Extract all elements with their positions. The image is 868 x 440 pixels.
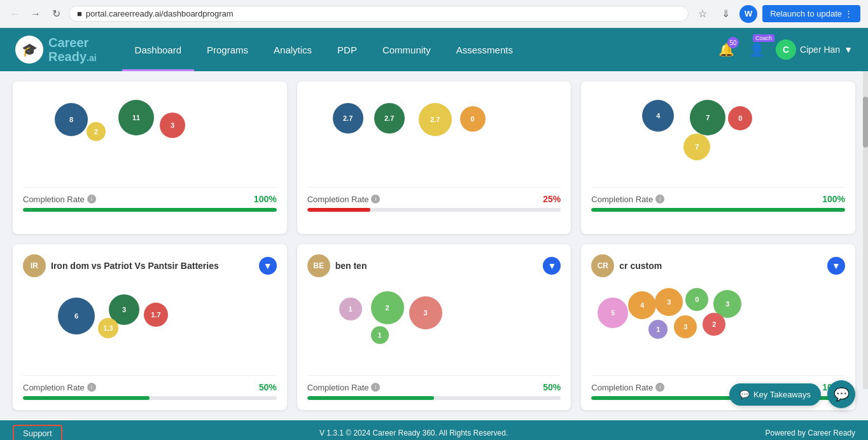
card-header: CR cr custom ▼ bbox=[591, 254, 845, 277]
bubble: 7 bbox=[683, 134, 710, 160]
relaunch-button[interactable]: Relaunch to update ⋮ bbox=[762, 5, 860, 22]
floating-actions: 💬 Key Takeaways 💬 bbox=[729, 380, 855, 408]
completion-row: Completion Rate i 100% bbox=[23, 187, 277, 212]
bubble: 1,3 bbox=[98, 318, 118, 338]
bubble: 1.7 bbox=[144, 303, 168, 327]
main-content: 8 11 3 2 Completion Rate i 100% bbox=[0, 71, 868, 420]
completion-label: Completion Rate i bbox=[307, 195, 381, 204]
completion-pct: 25% bbox=[543, 194, 561, 204]
logo-area: 🎓 Career Ready.ai bbox=[15, 36, 97, 64]
bubble: 8 bbox=[55, 103, 88, 136]
profile-avatar: W bbox=[739, 5, 757, 23]
coach-button[interactable]: 👤 Coach bbox=[745, 38, 768, 61]
card-expand-button[interactable]: ▼ bbox=[827, 257, 845, 275]
completion-row: Completion Rate i 50% bbox=[23, 375, 277, 400]
bubble: 3 bbox=[409, 296, 442, 329]
completion-pct: 100% bbox=[254, 194, 277, 204]
nav-assessments[interactable]: Assessments bbox=[444, 28, 526, 71]
nav-analytics[interactable]: Analytics bbox=[261, 28, 325, 71]
completion-label-row: Completion Rate i 25% bbox=[307, 194, 561, 204]
card-title: cr custom bbox=[619, 261, 662, 271]
completion-label-row: Completion Rate i 100% bbox=[591, 194, 845, 204]
url-text: portal.careerready.ai/dashboardprogram bbox=[86, 9, 680, 18]
card-avatar: BE bbox=[307, 254, 330, 277]
progress-bar bbox=[307, 396, 561, 400]
nav-community[interactable]: Community bbox=[370, 28, 444, 71]
nav-programs[interactable]: Programs bbox=[194, 28, 261, 71]
bubble-area-3: 5 4 3 0 3 1 3 2 bbox=[591, 285, 845, 368]
scrollbar-thumb[interactable] bbox=[863, 97, 868, 148]
progress-bar bbox=[23, 396, 277, 400]
completion-pct: 100% bbox=[822, 194, 845, 204]
card-title-area: IR Iron dom vs Patriot Vs Pantsir Batter… bbox=[23, 254, 219, 277]
support-button[interactable]: Support bbox=[13, 425, 62, 441]
bubble: 3 bbox=[674, 315, 697, 338]
browser-chrome: ← → ↻ ■ portal.careerready.ai/dashboardp… bbox=[0, 0, 868, 28]
star-button[interactable]: ☆ bbox=[694, 5, 711, 23]
card-avatar: CR bbox=[591, 254, 614, 277]
info-icon: i bbox=[87, 383, 96, 392]
completion-label: Completion Rate i bbox=[23, 195, 96, 204]
download-button[interactable]: ⇓ bbox=[717, 5, 734, 23]
bubble: 2.7 bbox=[374, 103, 405, 134]
bubble-area-2: 1 2 1 3 bbox=[307, 285, 561, 368]
progress-bar bbox=[307, 208, 561, 212]
bubble: 11 bbox=[118, 100, 154, 135]
bubble: 0 bbox=[460, 106, 486, 132]
bubble-area-top-3: 4 7 7 0 bbox=[591, 97, 845, 179]
chat-button[interactable]: 💬 bbox=[827, 380, 855, 408]
logo-icon: 🎓 bbox=[15, 36, 43, 64]
bubble: 2 bbox=[703, 313, 725, 336]
forward-button[interactable]: → bbox=[28, 6, 43, 22]
card-expand-button[interactable]: ▼ bbox=[543, 257, 561, 275]
card-expand-button[interactable]: ▼ bbox=[259, 257, 277, 275]
app-header: 🎓 Career Ready.ai Dashboard Programs Ana… bbox=[0, 28, 868, 71]
back-button[interactable]: ← bbox=[8, 6, 23, 22]
bubble: 3 bbox=[655, 288, 683, 316]
bubble: 3 bbox=[160, 113, 185, 138]
menu-dots-icon: ⋮ bbox=[844, 9, 853, 18]
main-nav: Dashboard Programs Analytics PDP Communi… bbox=[122, 28, 715, 71]
progress-bar bbox=[23, 208, 277, 212]
coach-badge: Coach bbox=[753, 34, 774, 42]
user-name: Ciper Han bbox=[800, 45, 840, 55]
user-avatar: C bbox=[776, 39, 796, 60]
notification-badge: 50 bbox=[727, 37, 739, 48]
info-icon: i bbox=[371, 195, 380, 203]
top-card-2: 2.7 2.7 2.7 0 Completion Rate i 25% bbox=[297, 81, 571, 234]
card-title: Iron dom vs Patriot Vs Pantsir Batteries bbox=[51, 261, 219, 271]
bubble-area-top-2: 2.7 2.7 2.7 0 bbox=[307, 97, 561, 179]
completion-row: Completion Rate i 25% bbox=[307, 187, 561, 212]
bubble: 1 bbox=[339, 298, 362, 320]
user-chevron-icon: ▼ bbox=[844, 45, 853, 55]
card-header: BE ben ten ▼ bbox=[307, 254, 561, 277]
card-title-area: CR cr custom bbox=[591, 254, 662, 277]
top-card-1: 8 11 3 2 Completion Rate i 100% bbox=[13, 81, 287, 234]
nav-dashboard[interactable]: Dashboard bbox=[122, 28, 194, 71]
card-title-area: BE ben ten bbox=[307, 254, 367, 277]
progress-fill bbox=[307, 208, 371, 212]
address-bar[interactable]: ■ portal.careerready.ai/dashboardprogram bbox=[69, 6, 689, 22]
info-icon: i bbox=[655, 195, 664, 203]
header-right: 🔔 50 👤 Coach C Ciper Han ▼ bbox=[715, 38, 853, 61]
bubble: 1 bbox=[648, 320, 668, 339]
completion-row: Completion Rate i 50% bbox=[307, 375, 561, 400]
chat-icon: 💬 bbox=[834, 387, 850, 402]
user-menu-button[interactable]: C Ciper Han ▼ bbox=[776, 39, 853, 60]
refresh-button[interactable]: ↻ bbox=[48, 6, 64, 22]
bubble: 4 bbox=[642, 100, 674, 132]
notification-button[interactable]: 🔔 50 bbox=[715, 38, 738, 61]
completion-label: Completion Rate i bbox=[23, 383, 96, 392]
bubble: 2 bbox=[371, 291, 404, 324]
nav-pdp[interactable]: PDP bbox=[325, 28, 370, 71]
top-cards-grid: 8 11 3 2 Completion Rate i 100% bbox=[13, 81, 855, 234]
relaunch-label: Relaunch to update bbox=[770, 9, 842, 18]
progress-fill bbox=[307, 396, 434, 400]
info-icon: i bbox=[87, 195, 96, 203]
completion-label: Completion Rate i bbox=[591, 195, 664, 204]
completion-label-row: Completion Rate i 50% bbox=[307, 382, 561, 392]
scrollbar[interactable] bbox=[863, 71, 868, 389]
key-takeaways-button[interactable]: 💬 Key Takeaways bbox=[729, 383, 821, 406]
copyright-text: V 1.3.1 © 2024 Career Ready 360. All Rig… bbox=[319, 429, 508, 437]
bubble: 7 bbox=[690, 100, 725, 135]
